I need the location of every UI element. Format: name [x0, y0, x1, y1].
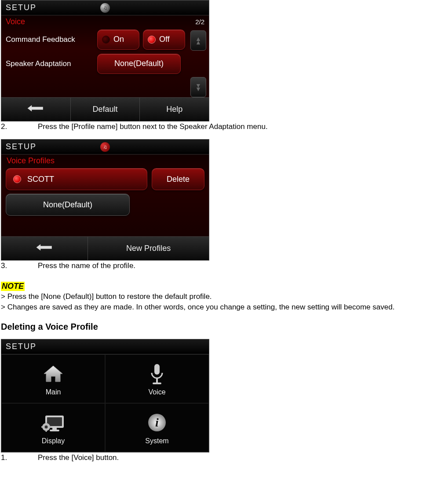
svg-rect-10 — [46, 430, 47, 432]
speaker-adaptation-profile-button[interactable]: None(Default) — [97, 54, 181, 74]
microphone-icon — [144, 362, 170, 386]
topbar: SETUP ♫ — [1, 140, 209, 155]
music-status-icon: ♫ — [100, 142, 110, 152]
step-text: Press the [Voice] button. — [38, 453, 119, 462]
none-row: None(Default) — [6, 194, 204, 216]
svg-rect-12 — [49, 426, 51, 427]
setup-title: SETUP — [6, 3, 36, 12]
back-button[interactable] — [1, 98, 70, 121]
command-feedback-label: Command Feedback — [6, 35, 94, 44]
speaker-adaptation-row: Speaker Adaptation None(Default) — [1, 52, 209, 76]
note-header: NOTE — [1, 282, 25, 291]
svg-rect-2 — [153, 383, 161, 384]
step-3-text: 3.Press the name of the profile. — [1, 261, 445, 270]
command-feedback-on-button[interactable]: On — [97, 29, 139, 50]
note-line-2: > Changes are saved as they are made. In… — [1, 302, 445, 312]
system-label: System — [145, 437, 168, 445]
chevron-up-icon: ▲▲ — [195, 37, 201, 44]
svg-rect-9 — [46, 422, 47, 424]
default-button[interactable]: Default — [70, 98, 140, 121]
topbar: SETUP — [1, 339, 209, 354]
voice-cell[interactable]: Voice — [105, 354, 209, 403]
new-profiles-label: New Profiles — [126, 244, 171, 253]
none-default-button[interactable]: None(Default) — [6, 194, 130, 216]
back-arrow-icon — [36, 243, 53, 254]
voice-label: Voice — [148, 388, 165, 396]
delete-profile-button[interactable]: Delete — [152, 168, 204, 190]
off-label: Off — [159, 35, 170, 44]
svg-rect-0 — [154, 364, 160, 375]
delete-label: Delete — [167, 175, 190, 184]
scrollbar: ▲▲ ▼▼ — [190, 30, 206, 97]
speaker-adaptation-label: Speaker Adaptation — [6, 59, 94, 68]
info-icon: i — [144, 411, 170, 434]
music-status-icon: ♫ — [100, 3, 110, 13]
voice-profiles-subtitle: Voice Profiles — [6, 155, 204, 168]
on-label: On — [113, 35, 124, 44]
home-icon — [40, 362, 66, 386]
svg-rect-1 — [156, 378, 158, 383]
radio-off-icon — [102, 36, 110, 44]
step-text: Press the name of the profile. — [38, 261, 135, 270]
scroll-up-button[interactable]: ▲▲ — [190, 30, 206, 51]
voice-subheader: Voice 2/2 — [1, 15, 209, 27]
voice-settings-body: Voice 2/2 Command Feedback On Off Speake… — [1, 15, 209, 97]
display-gear-icon — [40, 411, 66, 434]
svg-text:i: i — [155, 416, 159, 429]
chevron-down-icon: ▼▼ — [195, 84, 201, 91]
deleting-voice-profile-heading: Deleting a Voice Profile — [1, 322, 445, 332]
voice-profiles-body: Voice Profiles SCOTT Delete None(Default… — [1, 155, 209, 236]
svg-rect-6 — [50, 430, 59, 431]
display-label: Display — [42, 437, 65, 445]
bottombar: New Profiles — [1, 236, 209, 260]
back-button[interactable] — [1, 237, 88, 260]
voice-profiles-screen: SETUP ♫ Voice Profiles SCOTT Delete None… — [1, 139, 209, 261]
voice-settings-screen: SETUP ♫ Voice 2/2 Command Feedback On Of… — [1, 0, 209, 121]
default-label: Default — [92, 105, 117, 114]
step-2-text: 2.Press the [Profile name] button next t… — [1, 122, 445, 131]
back-arrow-icon — [27, 103, 44, 115]
command-feedback-row: Command Feedback On Off — [1, 27, 209, 52]
new-profiles-button[interactable]: New Profiles — [88, 237, 209, 260]
setup-grid: Main Voice — [1, 354, 209, 452]
setup-title: SETUP — [6, 342, 36, 351]
scroll-down-button[interactable]: ▼▼ — [190, 77, 206, 97]
help-label: Help — [166, 105, 182, 114]
page-indicator: 2/2 — [195, 18, 204, 26]
help-button[interactable]: Help — [139, 98, 209, 121]
step-number: 2. — [1, 122, 38, 131]
setup-grid-screen: SETUP Main — [1, 339, 209, 452]
main-label: Main — [46, 388, 61, 396]
profile-row: SCOTT Delete — [6, 168, 204, 190]
voice-section-label: Voice — [6, 17, 25, 26]
svg-rect-11 — [41, 426, 43, 427]
display-cell[interactable]: Display — [1, 403, 105, 452]
radio-on-icon — [13, 175, 21, 183]
command-feedback-off-button[interactable]: Off — [143, 29, 185, 50]
profile-scott-button[interactable]: SCOTT — [6, 168, 147, 190]
topbar: SETUP ♫ — [1, 0, 209, 15]
setup-title: SETUP — [6, 142, 36, 151]
svg-point-8 — [45, 425, 48, 428]
profile-name-label: SCOTT — [27, 175, 54, 184]
note-line-1: > Press the [None (Default)] button to r… — [1, 292, 445, 302]
step-number: 1. — [1, 453, 38, 462]
system-cell[interactable]: i System — [105, 403, 209, 452]
music-note-icon: ♫ — [100, 142, 110, 152]
step-1-text: 1.Press the [Voice] button. — [1, 453, 445, 462]
bottombar: Default Help — [1, 97, 209, 121]
main-cell[interactable]: Main — [1, 354, 105, 403]
svg-rect-5 — [52, 428, 57, 430]
music-note-icon: ♫ — [100, 3, 110, 13]
radio-on-icon — [148, 36, 156, 44]
step-number: 3. — [1, 261, 38, 270]
step-text: Press the [Profile name] button next to … — [38, 122, 268, 131]
